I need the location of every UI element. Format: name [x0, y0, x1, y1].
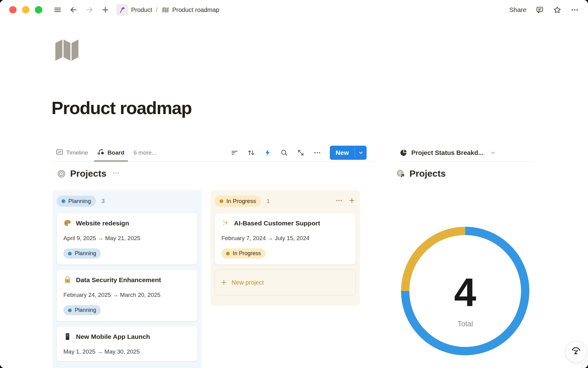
status-dot — [68, 252, 72, 255]
card-dates: February 7, 2024 → July 15, 2024 — [221, 235, 349, 242]
status-dot — [226, 252, 230, 255]
column-add-icon[interactable] — [348, 197, 356, 205]
project-card-website-redesign[interactable]: Website redesign April 9, 2025 → May 21,… — [57, 213, 198, 265]
automations-lightning-icon[interactable] — [264, 149, 272, 157]
tab-timeline-label: Timeline — [66, 149, 88, 156]
card-title: Website redesign — [76, 220, 129, 227]
chart-section-heading: Projects — [396, 168, 446, 179]
page-title[interactable]: Product roadmap — [51, 98, 192, 118]
sidebar-toggle-icon[interactable] — [53, 6, 62, 14]
lock-emoji — [63, 276, 72, 284]
search-icon[interactable] — [280, 149, 288, 157]
topbar: Product / Product roadmap Share — [0, 0, 588, 20]
column-in-progress: In Progress 1 AI-Based Customer Support … — [210, 190, 360, 306]
status-dot — [220, 199, 223, 203]
more-options-icon[interactable] — [571, 6, 579, 14]
tag-label: Planning — [75, 307, 96, 313]
new-project-label: New project — [232, 279, 264, 286]
corner-floating-button[interactable] — [581, 361, 588, 368]
ai-face-icon — [570, 346, 582, 358]
status-dot — [62, 199, 65, 203]
breadcrumb-separator: / — [155, 6, 158, 13]
board-section-heading: Projects — [57, 168, 120, 179]
breadcrumb-page[interactable]: Product roadmap — [172, 6, 219, 13]
back-icon[interactable] — [69, 6, 78, 14]
filter-icon[interactable] — [231, 149, 239, 157]
forward-icon[interactable] — [85, 6, 94, 14]
status-label: In Progress — [226, 198, 256, 205]
card-title: AI-Based Customer Support — [234, 220, 320, 227]
section-options-icon[interactable] — [112, 169, 120, 178]
chevron-down-icon — [358, 150, 364, 156]
timeline-icon — [56, 148, 63, 157]
tab-more-label: 6 more... — [134, 149, 156, 156]
column-count: 1 — [266, 198, 270, 205]
pie-chart-icon — [400, 149, 408, 157]
favorite-star-icon[interactable] — [553, 6, 561, 14]
chevron-down-icon — [490, 149, 496, 156]
tag-label: In Progress — [233, 250, 261, 257]
view-toolbar: New — [231, 144, 367, 162]
sparkles-emoji — [221, 219, 230, 227]
mobile-phone-emoji — [63, 332, 72, 341]
project-card-ai-support[interactable]: AI-Based Customer Support February 7, 20… — [215, 213, 356, 265]
palette-emoji — [63, 219, 72, 227]
minimize-window-button[interactable] — [22, 6, 29, 13]
plus-icon — [220, 279, 228, 286]
window-controls — [9, 6, 42, 13]
share-button[interactable]: Share — [509, 6, 526, 13]
app-window: Product / Product roadmap Share Product … — [0, 0, 588, 368]
notion-ai-face-button[interactable] — [565, 341, 587, 362]
tab-board[interactable]: Board — [97, 144, 124, 162]
donut-total-value: 4 — [401, 272, 530, 312]
status-pill-in-progress[interactable]: In Progress — [215, 196, 261, 207]
column-planning: Planning 3 Website redesign April 9, 202… — [52, 190, 202, 368]
chart-panel-title: Project Status Breakd... — [411, 149, 484, 156]
project-card-data-security[interactable]: Data Security Enhancement February 24, 2… — [57, 270, 198, 321]
close-window-button[interactable] — [9, 6, 17, 13]
status-label: Planning — [68, 198, 91, 205]
chart-section-title[interactable]: Projects — [409, 168, 446, 179]
status-dot — [68, 309, 72, 312]
card-status-tag[interactable]: Planning — [63, 305, 101, 315]
view-tabs: Timeline Board 6 more... — [56, 144, 156, 162]
new-button-group: New — [330, 146, 367, 160]
card-title: Data Security Enhancement — [76, 276, 161, 284]
new-button-dropdown[interactable] — [355, 146, 367, 160]
column-count: 3 — [101, 198, 105, 205]
breadcrumb-workspace[interactable]: Product — [131, 6, 152, 13]
new-tab-icon[interactable] — [101, 6, 110, 14]
new-button[interactable]: New — [330, 146, 355, 160]
status-pill-planning[interactable]: Planning — [57, 196, 96, 207]
view-options-icon[interactable] — [313, 149, 321, 157]
new-project-button[interactable]: New project — [215, 270, 356, 295]
tab-more-views[interactable]: 6 more... — [134, 144, 156, 162]
map-icon — [161, 6, 169, 14]
expand-icon[interactable] — [297, 149, 305, 157]
chart-panel-tab[interactable]: Project Status Breakd... — [400, 144, 496, 162]
project-card-mobile-app[interactable]: New Mobile App Launch May 1, 2025 → May … — [57, 326, 198, 361]
card-dates: May 1, 2025 → May 30, 2025 — [63, 348, 191, 355]
card-dates: April 9, 2025 → May 21, 2025 — [63, 235, 191, 242]
board-section-title[interactable]: Projects — [70, 168, 106, 179]
zoom-window-button[interactable] — [35, 6, 42, 13]
chart-divider — [400, 161, 534, 162]
teamspace-hammer-icon[interactable] — [116, 4, 128, 16]
tag-label: Planning — [75, 250, 96, 257]
sort-icon[interactable] — [247, 149, 255, 157]
card-status-tag[interactable]: In Progress — [221, 248, 266, 259]
column-planning-header[interactable]: Planning 3 — [57, 196, 198, 207]
board-icon — [97, 148, 105, 157]
column-in-progress-header[interactable]: In Progress 1 — [215, 196, 356, 207]
card-dates: February 24, 2025 → March 20, 2025 — [63, 292, 191, 298]
breadcrumb: Product / Product roadmap — [116, 4, 219, 16]
card-title: New Mobile App Launch — [76, 333, 150, 340]
tab-board-label: Board — [107, 149, 124, 156]
tab-timeline[interactable]: Timeline — [56, 144, 88, 162]
column-options-icon[interactable] — [335, 197, 343, 205]
card-status-tag[interactable]: Planning — [63, 248, 101, 259]
comments-icon[interactable] — [536, 6, 544, 14]
target-icon — [57, 169, 66, 178]
board-divider — [52, 161, 374, 162]
page-map-icon[interactable] — [52, 35, 81, 64]
